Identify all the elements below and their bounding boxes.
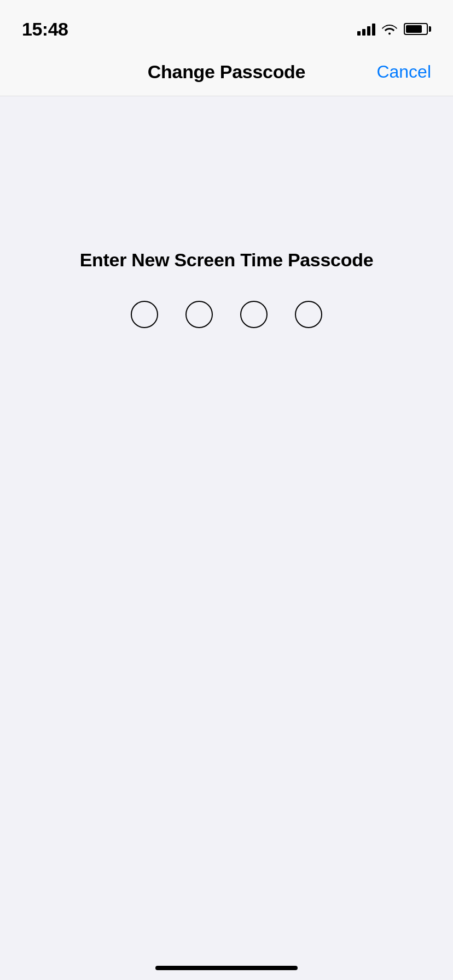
home-indicator <box>155 966 298 970</box>
nav-bar: Change Passcode Cancel <box>0 48 453 96</box>
signal-bar-1 <box>357 31 361 36</box>
signal-icon <box>357 22 375 36</box>
battery-tip <box>429 26 431 32</box>
nav-title: Change Passcode <box>148 61 305 83</box>
cancel-button[interactable]: Cancel <box>376 62 431 82</box>
signal-bar-4 <box>372 24 375 36</box>
main-content: Enter New Screen Time Passcode <box>0 96 453 980</box>
passcode-dot-4 <box>295 301 322 328</box>
signal-bar-2 <box>362 29 365 36</box>
battery-icon <box>404 23 431 35</box>
status-time: 15:48 <box>22 19 68 40</box>
signal-bar-3 <box>367 26 370 36</box>
status-icons <box>357 22 431 36</box>
passcode-dots <box>131 301 322 328</box>
passcode-prompt: Enter New Screen Time Passcode <box>80 249 374 271</box>
status-bar: 15:48 <box>0 0 453 48</box>
passcode-dot-1 <box>131 301 158 328</box>
wifi-icon <box>382 23 397 35</box>
battery-body <box>404 23 428 35</box>
passcode-dot-2 <box>185 301 213 328</box>
passcode-dot-3 <box>240 301 268 328</box>
battery-fill <box>406 25 422 33</box>
